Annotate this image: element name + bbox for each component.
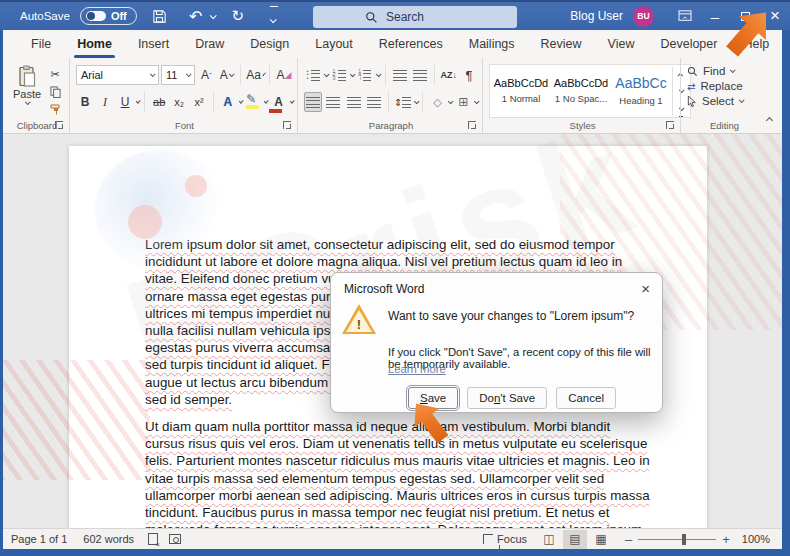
cancel-button[interactable]: Cancel xyxy=(556,387,616,409)
highlight-dropdown-icon[interactable] xyxy=(264,99,269,104)
search-input[interactable] xyxy=(386,10,506,24)
tab-mailings[interactable]: Mailings xyxy=(456,31,528,58)
shading-dropdown-icon[interactable] xyxy=(448,99,453,104)
paragraph-dialog-launcher-icon[interactable] xyxy=(468,121,476,129)
text-effects-dropdown-icon[interactable] xyxy=(239,99,244,104)
page-indicator[interactable]: Page 1 of 1 xyxy=(3,533,75,545)
clipboard-dialog-launcher-icon[interactable] xyxy=(55,121,63,129)
undo-dropdown-icon[interactable] xyxy=(209,12,216,19)
bold-icon[interactable]: B xyxy=(76,92,94,112)
replace-button[interactable]: ⇄ Replace xyxy=(687,80,743,92)
strikethrough-icon[interactable]: ab xyxy=(150,92,168,112)
sort-icon[interactable]: AZ↓ xyxy=(440,65,458,85)
minimize-button[interactable]: – xyxy=(700,2,730,30)
clear-formatting-icon[interactable]: A◢ xyxy=(275,65,293,85)
paragraph[interactable]: Ut diam quam nulla porttitor massa id ne… xyxy=(145,418,651,528)
accessibility-checker-icon[interactable] xyxy=(164,530,186,549)
font-color-icon[interactable]: A xyxy=(270,92,288,112)
learn-more-link[interactable]: Learn more xyxy=(388,363,446,375)
numbered-list-dropdown-icon[interactable] xyxy=(350,72,355,77)
text-effects-icon[interactable]: A xyxy=(219,92,237,112)
save-button[interactable]: Save xyxy=(408,387,458,409)
align-right-icon[interactable] xyxy=(344,92,362,112)
line-spacing-dropdown-icon[interactable] xyxy=(414,99,419,104)
tab-review[interactable]: Review xyxy=(528,31,595,58)
ribbon-display-options-icon[interactable] xyxy=(670,3,700,29)
change-case-icon[interactable]: Aa xyxy=(246,65,264,85)
paste-button[interactable]: Paste xyxy=(9,63,45,118)
decrease-indent-icon[interactable] xyxy=(390,65,408,85)
align-center-icon[interactable] xyxy=(324,92,342,112)
tab-design[interactable]: Design xyxy=(237,31,302,58)
tab-view[interactable]: View xyxy=(595,31,648,58)
copy-icon[interactable] xyxy=(45,84,65,100)
subscript-icon[interactable]: x₂ xyxy=(170,92,188,112)
dialog-message: Want to save your changes to "Lorem ipsu… xyxy=(388,309,648,323)
increase-indent-icon[interactable] xyxy=(411,65,429,85)
select-button[interactable]: Select xyxy=(687,95,743,107)
zoom-slider-thumb[interactable] xyxy=(682,534,686,545)
bullet-list-icon[interactable]: • • • xyxy=(304,65,322,85)
show-formatting-marks-icon[interactable]: ¶ xyxy=(460,65,478,85)
highlight-color-icon[interactable] xyxy=(244,92,262,112)
bullet-list-dropdown-icon[interactable] xyxy=(324,72,329,77)
print-layout-icon[interactable]: ▤ xyxy=(563,530,587,549)
multilevel-list-icon[interactable]: 1 a i xyxy=(356,65,374,85)
focus-mode-button[interactable]: Focus xyxy=(475,533,535,545)
avatar[interactable]: BU xyxy=(633,6,654,27)
zoom-level[interactable]: 100% xyxy=(742,533,770,545)
underline-dropdown-icon[interactable] xyxy=(136,99,141,104)
tab-references[interactable]: References xyxy=(366,31,456,58)
redo-icon[interactable]: ↻ xyxy=(225,5,251,27)
tab-draw[interactable]: Draw xyxy=(182,31,237,58)
tab-developer[interactable]: Developer xyxy=(647,31,730,58)
shrink-font-icon[interactable]: A xyxy=(217,65,235,85)
search-box[interactable] xyxy=(313,6,517,28)
user-name[interactable]: Blog User xyxy=(570,9,623,23)
cut-icon[interactable]: ✂ xyxy=(45,66,65,82)
font-size-select[interactable]: 11 xyxy=(161,65,195,85)
borders-icon[interactable]: ⊞ xyxy=(454,92,472,112)
read-mode-icon[interactable]: ◫ xyxy=(537,530,561,549)
style-normal[interactable]: AaBbCcDd 1 Normal xyxy=(492,67,550,113)
find-button[interactable]: Find xyxy=(687,65,743,77)
collapse-ribbon-icon[interactable] xyxy=(767,109,772,127)
superscript-icon[interactable]: x² xyxy=(190,92,208,112)
word-count[interactable]: 602 words xyxy=(75,533,142,545)
tab-layout[interactable]: Layout xyxy=(302,31,366,58)
paste-dropdown-icon[interactable] xyxy=(25,99,31,105)
format-painter-icon[interactable] xyxy=(45,102,65,118)
shading-icon[interactable]: ◇ xyxy=(428,92,446,112)
zoom-in-icon[interactable]: + xyxy=(722,532,730,547)
dont-save-button[interactable]: Don't Save xyxy=(467,387,547,409)
tab-file[interactable]: File xyxy=(18,31,64,58)
paragraph-group: • • • 1 2 3 1 a i AZ↓ ¶ ⇕ xyxy=(297,58,482,133)
customize-quick-access-icon[interactable] xyxy=(261,5,287,27)
numbered-list-icon[interactable]: 1 2 3 xyxy=(330,65,348,85)
save-icon[interactable] xyxy=(147,5,173,27)
style-heading-1[interactable]: AaBbCc Heading 1 xyxy=(612,67,670,113)
tab-home[interactable]: Home xyxy=(64,31,125,58)
undo-button[interactable]: ↶ xyxy=(183,5,215,27)
grow-font-icon[interactable]: Aˆ xyxy=(197,65,215,85)
multilevel-list-dropdown-icon[interactable] xyxy=(376,72,381,77)
proofing-errors-icon[interactable] xyxy=(142,530,164,549)
align-left-icon[interactable] xyxy=(304,92,322,112)
autosave-toggle[interactable]: Off xyxy=(80,7,137,25)
italic-icon[interactable]: I xyxy=(96,92,114,112)
autosave-state: Off xyxy=(111,10,127,22)
zoom-out-icon[interactable]: – xyxy=(625,532,632,547)
underline-icon[interactable]: U xyxy=(116,92,134,112)
web-layout-icon[interactable]: ▦ xyxy=(589,530,613,549)
line-spacing-icon[interactable]: ⇕ xyxy=(394,92,412,112)
font-color-dropdown-icon[interactable] xyxy=(289,99,294,104)
tab-insert[interactable]: Insert xyxy=(125,31,182,58)
font-family-select[interactable]: Arial xyxy=(76,65,159,85)
borders-dropdown-icon[interactable] xyxy=(474,99,479,104)
zoom-slider[interactable] xyxy=(638,539,716,540)
style-no-spacing[interactable]: AaBbCcDd 1 No Spac... xyxy=(552,67,610,113)
styles-dialog-launcher-icon[interactable] xyxy=(666,121,674,129)
dialog-close-icon[interactable]: × xyxy=(641,283,650,295)
font-dialog-launcher-icon[interactable] xyxy=(283,121,291,129)
justify-icon[interactable] xyxy=(365,92,383,112)
